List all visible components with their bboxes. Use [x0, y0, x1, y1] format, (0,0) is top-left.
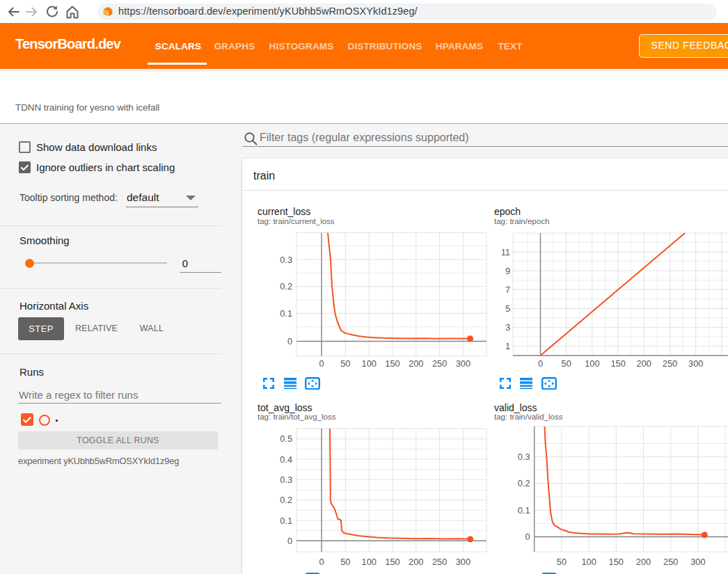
svg-text:50: 50: [557, 557, 567, 567]
svg-text:1: 1: [505, 341, 510, 351]
svg-text:0.1: 0.1: [280, 516, 292, 526]
svg-text:100: 100: [581, 557, 596, 567]
svg-text:0: 0: [538, 358, 543, 369]
svg-text:100: 100: [585, 358, 599, 369]
svg-text:150: 150: [609, 557, 624, 567]
svg-text:200: 200: [409, 557, 423, 567]
svg-text:9: 9: [505, 266, 510, 276]
svg-text:0.2: 0.2: [518, 478, 530, 488]
svg-text:0.5: 0.5: [280, 433, 292, 444]
svg-text:11: 11: [501, 247, 510, 257]
svg-text:250: 250: [432, 358, 447, 369]
svg-text:0.3: 0.3: [280, 255, 292, 265]
svg-text:250: 250: [663, 358, 677, 369]
svg-text:100: 100: [362, 358, 377, 369]
svg-text:300: 300: [456, 557, 470, 567]
svg-text:150: 150: [385, 358, 399, 369]
svg-text:250: 250: [432, 557, 447, 567]
svg-text:3: 3: [505, 322, 510, 333]
svg-text:0.2: 0.2: [280, 495, 292, 505]
svg-text:300: 300: [688, 358, 703, 369]
svg-text:0.3: 0.3: [518, 452, 530, 462]
svg-text:0.1: 0.1: [518, 505, 530, 516]
svg-text:150: 150: [385, 557, 399, 567]
svg-text:100: 100: [362, 557, 377, 567]
svg-text:150: 150: [610, 358, 625, 369]
svg-text:250: 250: [663, 557, 678, 567]
svg-text:0.4: 0.4: [280, 454, 292, 465]
svg-text:50: 50: [340, 358, 350, 369]
svg-text:5: 5: [505, 303, 510, 314]
svg-text:300: 300: [690, 557, 705, 567]
svg-text:300: 300: [456, 358, 470, 369]
svg-text:50: 50: [562, 358, 571, 369]
svg-text:200: 200: [636, 557, 651, 567]
svg-text:200: 200: [637, 358, 651, 369]
svg-text:0.3: 0.3: [280, 475, 292, 485]
svg-text:0: 0: [287, 336, 292, 346]
svg-text:200: 200: [409, 358, 423, 369]
svg-text:0: 0: [319, 358, 324, 369]
svg-text:0: 0: [287, 536, 292, 546]
svg-text:7: 7: [505, 285, 510, 295]
svg-text:50: 50: [340, 557, 350, 567]
svg-text:0.1: 0.1: [280, 308, 292, 319]
svg-text:0: 0: [525, 532, 530, 542]
svg-text:0: 0: [319, 557, 324, 567]
svg-text:0.2: 0.2: [280, 281, 292, 292]
